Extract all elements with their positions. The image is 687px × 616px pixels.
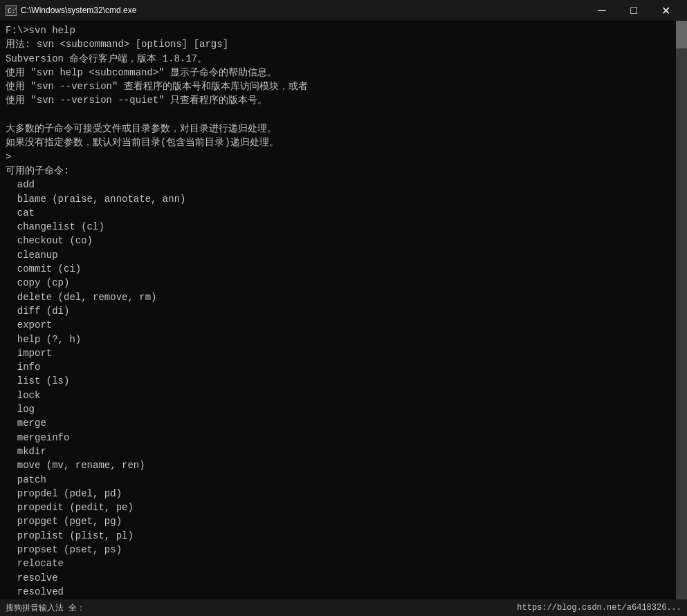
title-bar: C:\ C:\Windows\system32\cmd.exe ─ □ ✕ bbox=[0, 0, 687, 21]
window: C:\ C:\Windows\system32\cmd.exe ─ □ ✕ F:… bbox=[0, 0, 687, 616]
cmd-icon: C:\ bbox=[6, 5, 17, 16]
url-status: https://blog.csdn.net/a6418326... bbox=[517, 603, 681, 613]
scrollbar-thumb[interactable] bbox=[676, 21, 687, 48]
ime-status: 搜狗拼音输入法 全： bbox=[6, 602, 85, 614]
scrollbar[interactable] bbox=[676, 21, 687, 599]
svg-text:C:\: C:\ bbox=[8, 8, 16, 15]
console-output: F:\>svn help 用法: svn <subcommand> [optio… bbox=[6, 24, 681, 599]
status-bar: 搜狗拼音输入法 全： https://blog.csdn.net/a641832… bbox=[0, 599, 687, 616]
window-controls: ─ □ ✕ bbox=[586, 0, 681, 21]
maximize-button[interactable]: □ bbox=[618, 0, 650, 21]
console-body: F:\>svn help 用法: svn <subcommand> [optio… bbox=[0, 21, 687, 599]
title-bar-left: C:\ C:\Windows\system32\cmd.exe bbox=[6, 5, 136, 16]
close-button[interactable]: ✕ bbox=[650, 0, 681, 21]
window-title: C:\Windows\system32\cmd.exe bbox=[21, 6, 136, 15]
minimize-button[interactable]: ─ bbox=[586, 0, 618, 21]
